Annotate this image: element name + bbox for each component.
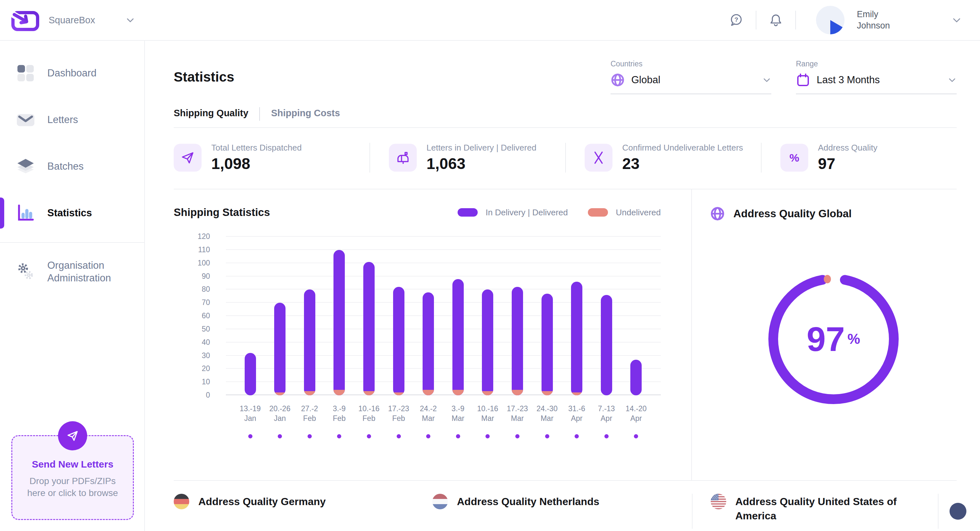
legend-in-delivery: In Delivery | Delivered [458, 208, 568, 217]
bar [512, 287, 523, 395]
usa-flag-icon [711, 494, 726, 509]
card-value: 23 [622, 155, 743, 173]
chart-legend: In Delivery | Delivered Undelivered [458, 208, 661, 217]
address-quality-usa[interactable]: Address Quality United States of America [692, 494, 939, 529]
gears-icon [15, 262, 36, 282]
address-quality-netherlands[interactable]: Address Quality Netherlands [432, 494, 692, 529]
squarebox-logo-icon [10, 8, 40, 33]
card-value: 1,098 [211, 155, 302, 173]
gridline [226, 263, 661, 263]
avatar[interactable] [815, 5, 846, 36]
shipping-statistics-title: Shipping Statistics [174, 206, 270, 219]
sidebar-item-statistics[interactable]: Statistics [0, 190, 144, 236]
legend-swatch-delivered [458, 208, 478, 217]
globe-icon [710, 206, 725, 221]
countries-filter[interactable]: Countries Global [611, 60, 771, 94]
x-axis-label: 14.-20Apr [615, 404, 657, 423]
bar [630, 360, 642, 395]
gridline [226, 315, 661, 316]
x-axis-dot [248, 434, 253, 438]
notifications-bell-button[interactable] [756, 12, 795, 28]
brand-area[interactable]: SquareBox [0, 8, 145, 33]
x-axis-dot [307, 434, 312, 438]
tab-separator [259, 107, 260, 121]
envelope-icon [15, 110, 36, 130]
card-label: Total Letters Dispatched [211, 143, 302, 153]
gridline [226, 381, 661, 382]
address-quality-germany[interactable]: Address Quality Germany [174, 494, 432, 529]
bar [334, 250, 345, 395]
tab-bar: Shipping Quality Shipping Costs [174, 107, 957, 128]
y-axis-label: 20 [174, 364, 210, 373]
y-axis-label: 50 [174, 325, 210, 333]
countries-filter-label: Countries [611, 60, 771, 68]
y-axis-label: 70 [174, 298, 210, 307]
range-chevron-down-icon [948, 75, 957, 84]
y-axis-label: 40 [174, 338, 210, 347]
shipping-statistics-bar-chart: 010203040506070809010011012013.-19Jan20.… [174, 237, 661, 445]
address-quality-global-title: Address Quality Global [733, 208, 852, 220]
germany-flag-icon [174, 494, 189, 509]
user-menu-chevron-down-icon[interactable] [951, 15, 962, 25]
calendar-icon [796, 73, 810, 87]
x-icon [585, 144, 612, 171]
percent-glyph: % [789, 152, 799, 164]
netherlands-flag-icon [432, 494, 448, 509]
y-axis-label: 0 [174, 391, 210, 399]
y-axis-label: 10 [174, 377, 210, 386]
help-button[interactable]: ? [717, 12, 756, 28]
bar [482, 290, 493, 395]
sidebar-item-batches[interactable]: Batches [0, 143, 144, 190]
card-total-letters-dispatched: Total Letters Dispatched 1,098 [174, 143, 369, 173]
gridline [226, 276, 661, 276]
x-axis-dot [605, 434, 609, 438]
x-axis-dot [426, 434, 430, 438]
bar [304, 290, 315, 395]
percent-icon: % [780, 144, 808, 171]
sidebar-item-organisation-administration[interactable]: Organisation Administration [0, 249, 144, 295]
active-indicator [0, 198, 4, 228]
address-quality-global-section: Address Quality Global 97 % [691, 189, 957, 480]
y-axis-label: 80 [174, 285, 210, 294]
range-filter[interactable]: Range Last 3 Months [796, 60, 957, 94]
gridline [226, 302, 661, 303]
country-quality-row: Address Quality Germany Address Quality … [174, 480, 957, 529]
user-name: Emily Johnson [857, 9, 890, 32]
y-axis-label: 30 [174, 351, 210, 360]
x-axis-dot [485, 434, 490, 438]
x-axis-dot [337, 434, 341, 438]
stats-cards-row: Total Letters Dispatched 1,098 Letters i… [174, 128, 957, 189]
range-filter-label: Range [796, 60, 957, 68]
shipping-statistics-section: Shipping Statistics In Delivery | Delive… [174, 189, 691, 480]
card-label: Confirmed Undeliverable Letters [622, 143, 743, 153]
donut-value: 97 [807, 320, 845, 359]
brand-chevron-down-icon[interactable] [126, 15, 135, 25]
top-navbar: SquareBox ? Emil [0, 0, 980, 41]
tab-shipping-costs[interactable]: Shipping Costs [271, 108, 340, 127]
brand-name: SquareBox [49, 15, 95, 25]
sidebar-item-letters[interactable]: Letters [0, 97, 144, 143]
gridline [226, 368, 661, 369]
card-value: 1,063 [426, 155, 536, 173]
sidebar-divider [0, 242, 144, 243]
bar [571, 282, 582, 395]
y-axis-label: 120 [174, 232, 210, 241]
y-axis-label: 110 [174, 246, 210, 254]
bar [452, 279, 464, 395]
y-axis-label: 60 [174, 311, 210, 320]
y-axis-label: 90 [174, 272, 210, 281]
gridline [226, 342, 661, 342]
sidebar-item-dashboard[interactable]: Dashboard [0, 50, 144, 97]
card-address-quality: % Address Quality 97 [761, 143, 957, 173]
card-letters-in-delivery: Letters in Delivery | Delivered 1,063 [369, 143, 565, 173]
gridline [226, 329, 661, 329]
topbar-right: ? Emily Johnson [717, 5, 980, 36]
paper-plane-icon [58, 421, 87, 450]
gridline [226, 236, 661, 237]
card-label: Address Quality [818, 143, 878, 153]
tab-shipping-quality[interactable]: Shipping Quality [174, 108, 248, 127]
card-label: Letters in Delivery | Delivered [426, 143, 536, 153]
bar [274, 303, 285, 395]
send-new-letters-dropzone[interactable]: Send New Letters Drop your PDFs/ZIPs her… [11, 435, 134, 520]
question-mark-glyph: ? [734, 16, 738, 23]
